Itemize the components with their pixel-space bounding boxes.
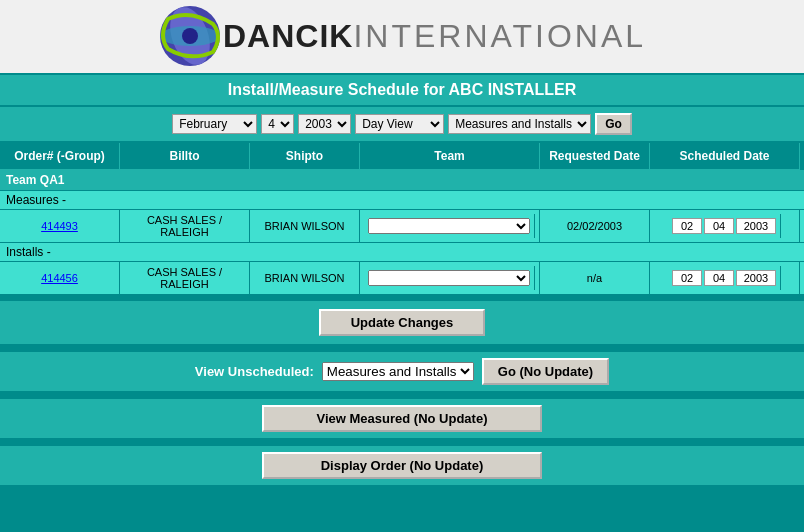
view-unscheduled-label: View Unscheduled: [195,364,314,379]
display-order-button[interactable]: Display Order (No Update) [262,452,542,479]
update-bar: Update Changes [0,301,804,346]
sched-mm-input[interactable] [672,218,702,234]
day-select[interactable]: 4 [261,114,294,134]
order-number[interactable]: 414493 [0,210,120,242]
logo-area: DANCIKINTERNATIONAL [8,4,796,69]
order-link[interactable]: 414493 [41,220,78,232]
order-link-install[interactable]: 414456 [41,272,78,284]
go-button[interactable]: Go [595,113,632,135]
company-name-light: INTERNATIONAL [353,18,646,54]
sched-dd-input[interactable] [704,218,734,234]
requested-date-cell: 02/02/2003 [540,210,650,242]
go-no-update-button[interactable]: Go (No Update) [482,358,609,385]
view-measured-button[interactable]: View Measured (No Update) [262,405,542,432]
type-select[interactable]: Measures and Installs Measures Only Inst… [448,114,591,134]
month-select[interactable]: January February March April May June Ju… [172,114,257,134]
col-order: Order# (-Group) [0,143,120,170]
scheduled-date-cell[interactable] [650,210,800,242]
requested-date-install: n/a [540,262,650,294]
page-title: Install/Measure Schedule for ABC INSTALL… [0,75,804,107]
shipto-install: BRIAN WILSON [250,262,360,294]
col-shipto: Shipto [250,143,360,170]
col-billto: Billto [120,143,250,170]
table-row: 414493 CASH SALES / RALEIGH BRIAN WILSON… [0,210,804,243]
header: DANCIKINTERNATIONAL [0,0,804,75]
svg-point-3 [182,28,198,44]
team-select-installs[interactable] [368,270,530,286]
controls-bar: January February March April May June Ju… [0,107,804,143]
team-select-measures[interactable] [368,218,530,234]
sched-mm-install[interactable] [672,270,702,286]
order-number-install[interactable]: 414456 [0,262,120,294]
col-requested-date: Requested Date [540,143,650,170]
sched-yyyy-input[interactable] [736,218,776,234]
team-cell[interactable] [360,210,540,242]
sched-yyyy-install[interactable] [736,270,776,286]
view-unscheduled-select[interactable]: Measures and Installs Measures Only Inst… [322,362,474,381]
measures-label: Measures - [0,191,804,210]
view-select[interactable]: Day View Week View Month View [355,114,444,134]
company-name-bold: DANCIK [223,18,353,54]
logo-icon [158,4,223,69]
display-order-bar: Display Order (No Update) [0,446,804,487]
company-logo-text: DANCIKINTERNATIONAL [223,18,646,55]
installs-label: Installs - [0,243,804,262]
view-unscheduled-bar: View Unscheduled: Measures and Installs … [0,352,804,393]
table-header: Order# (-Group) Billto Shipto Team Reque… [0,143,804,170]
col-team: Team [360,143,540,170]
sched-dd-install[interactable] [704,270,734,286]
col-scheduled-date: Scheduled Date [650,143,800,170]
view-measured-bar: View Measured (No Update) [0,399,804,440]
billto-install: CASH SALES / RALEIGH [120,262,250,294]
team-install[interactable] [360,262,540,294]
table-row: 414456 CASH SALES / RALEIGH BRIAN WILSON… [0,262,804,295]
team-label: Team QA1 [0,170,804,191]
year-select[interactable]: 2003 [298,114,351,134]
scheduled-date-install[interactable] [650,262,800,294]
billto-cell: CASH SALES / RALEIGH [120,210,250,242]
update-changes-button[interactable]: Update Changes [319,309,486,336]
shipto-cell: BRIAN WILSON [250,210,360,242]
